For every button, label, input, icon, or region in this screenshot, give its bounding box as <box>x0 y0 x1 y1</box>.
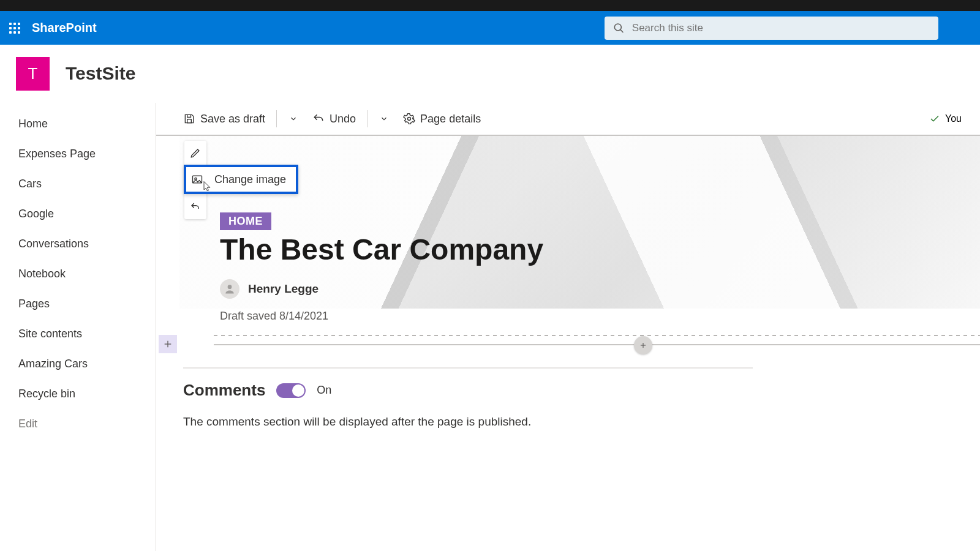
page-title[interactable]: The Best Car Company <box>220 233 543 266</box>
add-webpart-button[interactable] <box>634 336 652 354</box>
search-icon <box>613 22 625 34</box>
draft-status: Draft saved 8/14/2021 <box>220 310 328 323</box>
search-input[interactable] <box>632 22 930 34</box>
section-divider-solid <box>214 344 980 345</box>
author-name[interactable]: Henry Legge <box>248 282 318 296</box>
page-details-label: Page details <box>420 113 481 126</box>
nav-pages[interactable]: Pages <box>0 289 156 319</box>
reset-button[interactable] <box>184 195 206 219</box>
left-nav: Home Expenses Page Cars Google Conversat… <box>0 103 156 551</box>
nav-cars[interactable]: Cars <box>0 169 156 199</box>
pencil-icon <box>190 148 201 159</box>
plus-icon <box>163 339 173 349</box>
save-as-draft-button[interactable]: Save as draft <box>178 109 270 129</box>
site-title[interactable]: TestSite <box>66 63 135 84</box>
plus-icon <box>639 341 647 350</box>
save-icon <box>183 113 195 125</box>
page-canvas: Change image HOME The Best Car Company H… <box>156 135 980 551</box>
svg-point-8 <box>228 285 232 289</box>
change-image-label: Change image <box>214 173 286 186</box>
site-header: T TestSite <box>0 45 980 103</box>
nav-expenses[interactable]: Expenses Page <box>0 139 156 169</box>
chevron-down-icon <box>380 114 388 123</box>
undo-icon <box>312 113 325 125</box>
app-launcher-icon[interactable] <box>5 18 24 38</box>
svg-point-3 <box>408 118 411 121</box>
comments-toggle-state: On <box>317 384 331 397</box>
section-divider-dashed <box>214 335 980 336</box>
cursor-icon <box>202 181 213 192</box>
avatar[interactable] <box>220 279 239 299</box>
nav-conversations[interactable]: Conversations <box>0 229 156 259</box>
author-row: Henry Legge <box>220 279 318 299</box>
change-image-callout[interactable]: Change image <box>184 165 298 194</box>
page-type-badge: HOME <box>220 212 271 230</box>
person-icon <box>224 283 236 295</box>
nav-google[interactable]: Google <box>0 199 156 229</box>
site-logo[interactable]: T <box>16 57 50 91</box>
comments-header: Comments On <box>183 381 331 400</box>
page-details-button[interactable]: Page details <box>398 109 486 129</box>
search-box[interactable] <box>605 17 938 40</box>
comments-divider <box>183 367 753 369</box>
browser-address-bar <box>0 0 980 11</box>
gear-icon <box>403 113 415 125</box>
separator <box>276 110 277 127</box>
save-as-draft-label: Save as draft <box>200 113 265 126</box>
undo-dropdown[interactable] <box>374 114 394 123</box>
add-section-button[interactable] <box>159 335 177 353</box>
nav-amazing-cars[interactable]: Amazing Cars <box>0 349 156 379</box>
nav-site-contents[interactable]: Site contents <box>0 319 156 349</box>
check-icon <box>929 113 940 124</box>
undo-button[interactable]: Undo <box>307 109 361 129</box>
nav-recycle-bin[interactable]: Recycle bin <box>0 379 156 409</box>
svg-rect-2 <box>187 119 192 123</box>
nav-edit[interactable]: Edit <box>0 409 156 439</box>
edit-webpart-button[interactable] <box>184 141 206 165</box>
your-label: You <box>945 113 962 124</box>
undo-icon <box>190 201 201 212</box>
svg-point-0 <box>614 23 621 30</box>
title-banner[interactable]: Change image HOME The Best Car Company H… <box>179 136 980 309</box>
save-dropdown[interactable] <box>283 114 304 123</box>
comments-heading: Comments <box>183 381 265 400</box>
undo-label: Undo <box>330 113 356 126</box>
separator <box>367 110 368 127</box>
comments-toggle[interactable] <box>276 383 306 398</box>
suite-bar: SharePoint <box>0 11 980 45</box>
nav-notebook[interactable]: Notebook <box>0 259 156 289</box>
suite-brand[interactable]: SharePoint <box>32 21 97 35</box>
comments-message: The comments section will be displayed a… <box>183 415 531 429</box>
nav-home[interactable]: Home <box>0 109 156 139</box>
chevron-down-icon <box>289 114 298 123</box>
command-bar: Save as draft Undo Page details You <box>156 103 980 135</box>
svg-line-1 <box>620 29 624 32</box>
